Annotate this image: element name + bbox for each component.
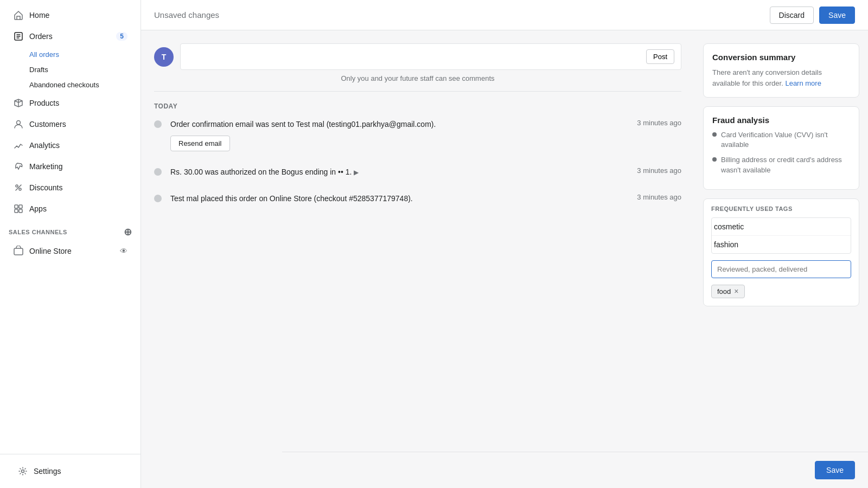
discounts-icon bbox=[13, 182, 24, 193]
tag-option-fashion[interactable]: fashion bbox=[712, 236, 851, 253]
conversion-summary-title: Conversion summary bbox=[712, 53, 850, 62]
save-button-top[interactable]: Save bbox=[819, 7, 855, 24]
sales-channels-header: SALES CHANNELS ⊕ bbox=[0, 220, 141, 240]
sidebar-sub-drafts-label: Drafts bbox=[29, 66, 48, 74]
timeline-time-2: 3 minutes ago bbox=[628, 166, 681, 175]
tag-chip-food: food × bbox=[711, 285, 745, 298]
fraud-analysis-list: Card Verification Value (CVV) isn't avai… bbox=[712, 130, 850, 175]
timeline-content-1: Order confirmation email was sent to Tes… bbox=[170, 119, 681, 151]
sidebar-item-apps-label: Apps bbox=[29, 204, 127, 213]
right-panel: Conversion summary There aren't any conv… bbox=[694, 30, 868, 488]
timeline-time-1: 3 minutes ago bbox=[628, 119, 681, 127]
sidebar-item-discounts-label: Discounts bbox=[29, 183, 127, 192]
tags-dropdown: cosmetic fashion bbox=[711, 217, 851, 254]
tags-input[interactable] bbox=[711, 260, 851, 278]
conversion-summary-card: Conversion summary There aren't any conv… bbox=[703, 43, 859, 98]
sidebar-sub-abandoned-checkouts[interactable]: Abandoned checkouts bbox=[4, 78, 136, 92]
timeline: Order confirmation email was sent to Tes… bbox=[154, 119, 681, 204]
sidebar-sub-abandoned-checkouts-label: Abandoned checkouts bbox=[29, 81, 99, 89]
sidebar-item-orders[interactable]: Orders 5 bbox=[4, 26, 136, 47]
timeline-item: Test mal placed this order on Online Sto… bbox=[154, 193, 681, 204]
settings-icon bbox=[17, 466, 28, 477]
sidebar-item-marketing-label: Marketing bbox=[29, 162, 127, 171]
svg-rect-4 bbox=[15, 205, 18, 208]
avatar: T bbox=[154, 47, 174, 67]
tags-card: FREQUENTLY USED TAGS cosmetic fashion fo bbox=[703, 198, 859, 306]
sidebar-item-products[interactable]: Products bbox=[4, 93, 136, 113]
svg-point-2 bbox=[16, 185, 18, 187]
sidebar-item-analytics[interactable]: Analytics bbox=[4, 135, 136, 156]
home-icon bbox=[13, 10, 24, 21]
sidebar-sub-drafts[interactable]: Drafts bbox=[4, 62, 136, 77]
timeline-content-3: Test mal placed this order on Online Sto… bbox=[170, 193, 681, 204]
customers-icon bbox=[13, 119, 24, 130]
arrow-right-icon: ▶ bbox=[354, 169, 359, 176]
sidebar-item-online-store[interactable]: Online Store 👁 bbox=[4, 241, 136, 261]
sidebar-footer: Settings bbox=[0, 454, 141, 488]
sidebar-item-customers-label: Customers bbox=[29, 120, 127, 129]
timeline-text-3: Test mal placed this order on Online Sto… bbox=[170, 193, 413, 204]
products-icon bbox=[13, 98, 24, 108]
center-panel: T Post Only you and your future staff ca… bbox=[141, 30, 694, 488]
sidebar-item-apps[interactable]: Apps bbox=[4, 198, 136, 219]
svg-rect-6 bbox=[15, 209, 18, 213]
sidebar-item-analytics-label: Analytics bbox=[29, 141, 127, 150]
svg-point-3 bbox=[19, 188, 21, 190]
online-store-label: Online Store bbox=[29, 247, 114, 255]
sidebar-item-orders-label: Orders bbox=[29, 32, 111, 41]
apps-icon bbox=[13, 203, 24, 214]
timeline-item: Order confirmation email was sent to Tes… bbox=[154, 119, 681, 151]
top-bar-actions: Discard Save bbox=[770, 7, 855, 24]
timeline-text-2: Rs. 30.00 was authorized on the Bogus en… bbox=[170, 166, 359, 178]
remove-tag-food-button[interactable]: × bbox=[734, 287, 738, 295]
add-comment-button[interactable]: Post bbox=[646, 49, 674, 64]
orders-badge: 5 bbox=[116, 32, 127, 41]
sidebar-item-products-label: Products bbox=[29, 99, 127, 107]
main-content: T Post Only you and your future staff ca… bbox=[141, 0, 868, 488]
top-bar: Unsaved changes Discard Save bbox=[141, 0, 868, 30]
marketing-icon bbox=[13, 161, 24, 172]
fraud-dot-2 bbox=[712, 157, 717, 162]
comment-info: Only you and your future staff can see c… bbox=[154, 74, 681, 92]
discard-button[interactable]: Discard bbox=[770, 7, 814, 24]
sidebar-sub-all-orders-label: All orders bbox=[29, 50, 59, 59]
applied-tags-area: food × bbox=[704, 282, 859, 306]
learn-more-link[interactable]: Learn more bbox=[785, 79, 821, 87]
sidebar-nav: Home Orders 5 All orders Drafts bbox=[0, 0, 141, 454]
sidebar-item-settings-label: Settings bbox=[34, 467, 123, 476]
timeline-header: TODAY bbox=[154, 102, 681, 110]
svg-rect-8 bbox=[14, 248, 23, 255]
sidebar-sub-all-orders[interactable]: All orders bbox=[4, 47, 136, 62]
fraud-list-item: Billing address or credit card's address… bbox=[712, 155, 850, 175]
svg-rect-7 bbox=[19, 209, 22, 213]
sidebar-item-marketing[interactable]: Marketing bbox=[4, 156, 136, 177]
sidebar-item-home[interactable]: Home bbox=[4, 5, 136, 25]
online-store-icon bbox=[13, 246, 24, 256]
resend-email-button[interactable]: Resend email bbox=[170, 136, 230, 151]
unsaved-changes-title: Unsaved changes bbox=[154, 10, 219, 20]
orders-icon bbox=[13, 31, 24, 42]
tag-chip-food-label: food bbox=[717, 287, 731, 296]
conversion-summary-text: There aren't any conversion details avai… bbox=[712, 67, 850, 88]
sidebar-item-settings[interactable]: Settings bbox=[9, 461, 132, 481]
timeline-item: Rs. 30.00 was authorized on the Bogus en… bbox=[154, 166, 681, 178]
svg-point-9 bbox=[22, 470, 24, 473]
tag-option-cosmetic[interactable]: cosmetic bbox=[712, 218, 851, 236]
frequently-used-tags-label: FREQUENTLY USED TAGS bbox=[711, 206, 851, 212]
analytics-icon bbox=[13, 140, 24, 151]
timeline-dot bbox=[154, 195, 162, 202]
add-sales-channel-icon[interactable]: ⊕ bbox=[124, 226, 132, 238]
svg-rect-5 bbox=[19, 205, 22, 208]
eye-icon[interactable]: 👁 bbox=[120, 247, 127, 255]
timeline-dot bbox=[154, 168, 162, 176]
tags-input-area bbox=[704, 256, 859, 282]
timeline-text-1: Order confirmation email was sent to Tes… bbox=[170, 119, 436, 130]
timeline-time-3: 3 minutes ago bbox=[628, 193, 681, 201]
timeline-dot bbox=[154, 120, 162, 128]
timeline-content-2: Rs. 30.00 was authorized on the Bogus en… bbox=[170, 166, 681, 178]
sidebar-item-customers[interactable]: Customers bbox=[4, 114, 136, 134]
sidebar: Home Orders 5 All orders Drafts bbox=[0, 0, 141, 488]
fraud-analysis-card: Fraud analysis Card Verification Value (… bbox=[703, 106, 859, 190]
sidebar-item-discounts[interactable]: Discounts bbox=[4, 177, 136, 198]
sidebar-item-home-label: Home bbox=[29, 11, 127, 20]
